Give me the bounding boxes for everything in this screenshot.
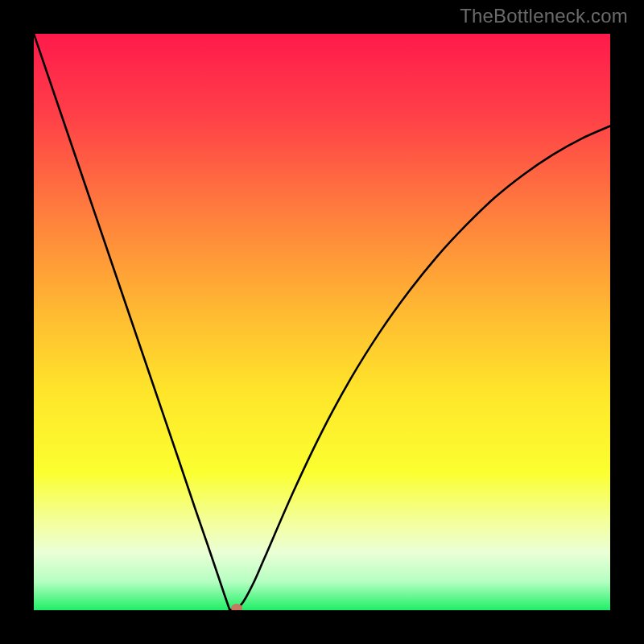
watermark-text: TheBottleneck.com: [460, 5, 628, 27]
plot-area: [34, 34, 610, 610]
chart-frame: TheBottleneck.com: [0, 0, 644, 644]
bottleneck-curve: [34, 34, 610, 610]
